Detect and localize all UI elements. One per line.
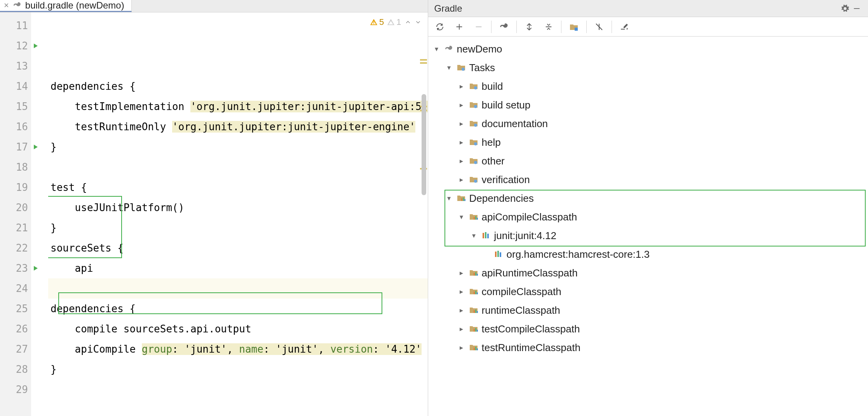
svg-rect-35: [474, 348, 475, 350]
svg-rect-11: [461, 198, 462, 201]
chevron-right-icon[interactable]: ▸: [458, 170, 465, 189]
code-line: [51, 161, 57, 173]
folder-bars-icon: [456, 193, 466, 203]
code-line: }: [51, 222, 57, 234]
run-gutter-icon[interactable]: [31, 258, 40, 278]
code-line: [51, 60, 57, 72]
code-line: sourceSets {: [51, 242, 124, 254]
chevron-down-icon[interactable]: ▾: [445, 58, 453, 77]
svg-rect-1: [373, 23, 374, 24]
run-gutter-icon[interactable]: [31, 36, 40, 56]
next-highlight-icon[interactable]: [415, 19, 422, 26]
tree-node-task[interactable]: ▸help: [430, 133, 866, 152]
gradle-panel: Gradle: [428, 0, 868, 416]
folder-gear-icon: [469, 137, 479, 147]
gradle-toolbar: [428, 17, 868, 37]
folder-gear-icon: [456, 63, 466, 73]
inspection-widget[interactable]: 5 1: [370, 17, 422, 27]
folder-gear-icon: [469, 119, 479, 129]
code-area[interactable]: 5 1 111213141516171819202122232425262728…: [0, 12, 428, 416]
expand-all-icon[interactable]: [521, 19, 538, 35]
tree-node-dep-group[interactable]: ▸testRuntimeClasspath: [430, 338, 866, 357]
svg-point-5: [474, 86, 477, 89]
editor-tab-build-gradle[interactable]: × build.gradle (newDemo): [0, 0, 132, 12]
tree-node-dep-group[interactable]: ▾apiCompileClasspath: [430, 208, 866, 226]
project-structure-icon[interactable]: [565, 19, 582, 35]
svg-rect-17: [483, 233, 484, 238]
warning-icon[interactable]: 5: [370, 17, 384, 27]
weak-warning-count: 1: [396, 17, 401, 27]
svg-rect-18: [485, 232, 486, 238]
chevron-right-icon[interactable]: ▸: [458, 264, 465, 282]
chevron-down-icon[interactable]: ▾: [470, 226, 478, 245]
chevron-right-icon[interactable]: ▸: [458, 114, 465, 133]
tree-node-dep-group[interactable]: ▸testCompileClasspath: [430, 320, 866, 338]
tree-node-dep-group[interactable]: ▸apiRuntimeClasspath: [430, 264, 866, 282]
weak-warning-icon[interactable]: 1: [387, 17, 401, 27]
tree-node-tasks[interactable]: ▾ Tasks: [430, 58, 866, 77]
chevron-right-icon[interactable]: ▸: [458, 301, 465, 320]
build-settings-icon[interactable]: [616, 19, 633, 35]
tree-node-library[interactable]: ▸org.hamcrest:hamcrest-core:1.3: [430, 245, 866, 264]
folder-bars-icon: [469, 212, 479, 222]
add-icon[interactable]: [451, 19, 468, 35]
svg-rect-19: [487, 234, 489, 238]
gradle-icon[interactable]: [495, 19, 512, 35]
editor-scrollbar[interactable]: [420, 12, 427, 416]
tree-node-root[interactable]: ▾ newDemo: [430, 40, 866, 58]
tree-node-dep-group[interactable]: ▸runtimeClasspath: [430, 301, 866, 320]
chevron-right-icon[interactable]: ▸: [458, 338, 465, 357]
tree-node-task[interactable]: ▸documentation: [430, 114, 866, 133]
code-line: api: [51, 262, 93, 274]
chevron-right-icon[interactable]: ▸: [458, 282, 465, 301]
svg-rect-25: [477, 274, 478, 276]
tree-node-dependencies[interactable]: ▾ Dependencies: [430, 189, 866, 208]
tree-node-task[interactable]: ▸verification: [430, 170, 866, 189]
gradle-panel-header: Gradle: [428, 0, 868, 17]
svg-rect-27: [475, 291, 476, 294]
folder-bars-icon: [469, 343, 479, 353]
close-icon[interactable]: ×: [4, 1, 9, 10]
tree-node-task[interactable]: ▸build setup: [430, 96, 866, 114]
svg-rect-32: [474, 329, 475, 332]
prev-highlight-icon[interactable]: [404, 19, 411, 26]
tree-node-dep-group[interactable]: ▸compileClasspath: [430, 282, 866, 301]
svg-rect-29: [474, 310, 475, 313]
run-gutter-icon[interactable]: [31, 137, 40, 157]
code-line: dependencies {: [51, 303, 136, 315]
code-text[interactable]: dependencies { testImplementation 'org.j…: [48, 12, 428, 416]
fold-gutter[interactable]: [40, 12, 48, 416]
folder-gear-icon: [469, 81, 479, 91]
offline-mode-icon[interactable]: [591, 19, 608, 35]
line-number-gutter[interactable]: 11121314151617181920212223242526272829: [0, 12, 31, 416]
chevron-right-icon[interactable]: ▸: [458, 77, 465, 96]
tree-node-library[interactable]: ▾junit:junit:4.12: [430, 226, 866, 245]
svg-rect-36: [475, 347, 476, 350]
svg-rect-30: [475, 309, 476, 313]
collapse-all-icon[interactable]: [540, 19, 557, 35]
tree-node-task[interactable]: ▸other: [430, 152, 866, 170]
svg-rect-22: [500, 252, 501, 257]
chevron-right-icon[interactable]: ▸: [458, 320, 465, 338]
chevron-down-icon[interactable]: ▾: [458, 208, 465, 226]
svg-rect-15: [475, 216, 476, 220]
code-line: testRuntimeOnly 'org.junit.jupiter:junit…: [51, 121, 415, 133]
chevron-down-icon[interactable]: ▾: [433, 40, 441, 58]
svg-rect-24: [475, 272, 476, 276]
svg-rect-0: [373, 21, 374, 23]
svg-point-4: [462, 68, 465, 71]
library-icon: [481, 231, 491, 241]
chevron-down-icon[interactable]: ▾: [445, 189, 453, 208]
chevron-right-icon[interactable]: ▸: [458, 133, 465, 152]
remove-icon[interactable]: [470, 19, 487, 35]
tree-node-task[interactable]: ▸build: [430, 77, 866, 96]
refresh-icon[interactable]: [431, 19, 448, 35]
code-line: [51, 384, 57, 395]
gradle-icon: [444, 44, 454, 54]
svg-rect-28: [477, 292, 478, 294]
minimize-icon[interactable]: [852, 4, 864, 13]
gradle-tree[interactable]: ▾ newDemo ▾ Tasks ▸build ▸build setup ▸d…: [428, 37, 868, 360]
chevron-right-icon[interactable]: ▸: [458, 96, 465, 114]
chevron-right-icon[interactable]: ▸: [458, 152, 465, 170]
gear-icon[interactable]: [841, 4, 852, 13]
